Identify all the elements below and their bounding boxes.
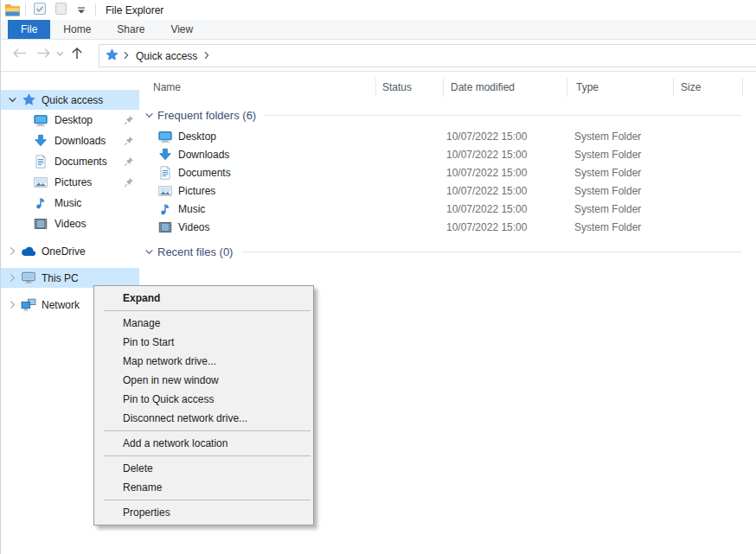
address-bar[interactable]: Quick access [99,44,756,67]
new-folder-button[interactable] [52,2,69,18]
recent-locations-dropdown[interactable] [56,51,64,57]
group-header-recent-files[interactable]: Recent files (0) [144,244,741,259]
file-name[interactable]: Documents [178,167,231,179]
chevron-down-icon[interactable] [5,95,20,105]
file-name[interactable]: Pictures [178,185,215,197]
column-header-name[interactable]: Name [153,81,181,93]
tab-file[interactable]: File [8,20,50,39]
column-resize-handle[interactable] [673,78,674,97]
column-header-date-modified[interactable]: Date modified [451,81,515,93]
file-name[interactable]: Desktop [178,131,216,143]
pin-icon [124,177,134,190]
menu-item-rename[interactable]: Rename [94,478,313,497]
column-header-size[interactable]: Size [681,81,701,93]
sidebar-item-label: Downloads [54,135,106,147]
sidebar-item-videos[interactable]: Videos [1,213,139,234]
sidebar-item-desktop[interactable]: Desktop [1,110,139,131]
group-label: Recent files [157,245,216,258]
sidebar-item-label: Desktop [54,114,93,126]
sidebar-item-label: Music [54,197,81,209]
tab-view[interactable]: View [157,20,206,39]
collapse-group-icon[interactable] [144,247,154,257]
quick-access-star-icon [106,48,119,64]
videos-icon [32,217,49,231]
sidebar-item-pictures[interactable]: Pictures [1,172,139,193]
menu-item-delete[interactable]: Delete [94,459,313,478]
menu-item-pin-to-start[interactable]: Pin to Start [94,333,313,352]
navigation-bar: Quick access [1,40,756,72]
back-button[interactable] [12,48,27,59]
file-type: System Folder [574,221,641,233]
sidebar-spacer [1,234,139,241]
column-header-type[interactable]: Type [576,81,599,93]
sidebar-item-onedrive[interactable]: OneDrive [1,241,139,261]
menu-item-disconnect-network-drive[interactable]: Disconnect network drive... [94,409,313,428]
desktop-icon [32,113,49,127]
file-date-modified: 10/07/2022 15:00 [446,221,527,233]
group-header-frequent-folders[interactable]: Frequent folders (6) [144,107,741,123]
documents-icon [32,155,49,169]
pin-icon [124,136,134,149]
tab-home[interactable]: Home [50,20,104,39]
customize-qat-button[interactable] [73,2,90,18]
desktop-icon [158,130,172,146]
menu-item-map-network-drive[interactable]: Map network drive... [94,352,313,371]
menu-item-properties[interactable]: Properties [94,503,313,522]
menu-separator [104,310,311,311]
menu-item-open-in-new-window[interactable]: Open in new window [94,371,313,390]
file-row-documents[interactable]: Documents10/07/2022 15:00System Folder [139,164,756,182]
properties-button[interactable] [31,2,48,18]
group-count: (6) [242,109,256,122]
file-date-modified: 10/07/2022 15:00 [446,185,527,197]
quick-access-toolbar [31,2,90,18]
breadcrumb-chevron-icon[interactable] [203,50,210,62]
column-resize-handle[interactable] [443,78,444,97]
menu-separator [104,430,311,431]
group-rule [265,115,741,116]
pin-icon [124,115,134,128]
menu-item-manage[interactable]: Manage [94,314,313,333]
videos-icon [158,220,172,237]
column-resize-handle[interactable] [567,78,567,97]
menu-item-pin-to-quick-access[interactable]: Pin to Quick access [94,390,313,409]
caret-down-icon [77,4,86,16]
file-date-modified: 10/07/2022 15:00 [446,203,527,215]
file-name[interactable]: Downloads [178,149,229,161]
column-resize-handle[interactable] [742,78,743,97]
menu-item-add-a-network-location[interactable]: Add a network location [94,434,313,453]
this-pc-icon [20,271,37,284]
breadcrumb-quick-access[interactable]: Quick access [134,50,199,62]
chevron-right-icon[interactable] [5,246,20,256]
file-type: System Folder [574,131,641,143]
file-row-music[interactable]: Music10/07/2022 15:00System Folder [139,201,756,219]
group-label: Frequent folders [157,109,240,122]
sidebar-item-label: Documents [54,156,107,168]
collapse-group-icon[interactable] [144,111,154,120]
tab-share[interactable]: Share [104,20,157,39]
music-icon [158,202,172,219]
column-resize-handle[interactable] [375,78,376,97]
downloads-icon [32,134,49,148]
sidebar-item-documents[interactable]: Documents [1,151,139,172]
chevron-right-icon[interactable] [5,273,20,283]
sidebar-item-music[interactable]: Music [1,193,139,213]
forward-button[interactable] [36,48,51,59]
file-row-videos[interactable]: Videos10/07/2022 15:00System Folder [139,219,756,237]
file-row-pictures[interactable]: Pictures10/07/2022 15:00System Folder [139,182,756,201]
file-row-desktop[interactable]: Desktop10/07/2022 15:00System Folder [139,128,756,146]
sidebar-item-label: This PC [42,272,79,284]
chevron-right-icon[interactable] [5,300,20,309]
sidebar-item-quick-access[interactable]: Quick access [1,90,139,110]
breadcrumb-chevron-icon[interactable] [123,50,130,62]
downloads-icon [158,148,172,164]
file-date-modified: 10/07/2022 15:00 [446,149,527,161]
file-name[interactable]: Music [178,203,205,215]
up-button[interactable] [71,47,83,60]
file-row-downloads[interactable]: Downloads10/07/2022 15:00System Folder [139,146,756,164]
sidebar-item-downloads[interactable]: Downloads [1,131,139,151]
file-name[interactable]: Videos [178,221,209,233]
pictures-icon [32,175,49,189]
app-folder-icon [5,3,20,16]
column-header-status[interactable]: Status [382,81,412,93]
menu-item-expand[interactable]: Expand [94,289,313,308]
